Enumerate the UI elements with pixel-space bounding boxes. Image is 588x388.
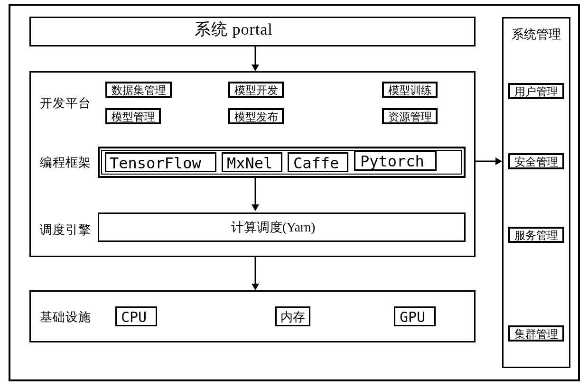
resource-mgmt-label: 资源管理: [388, 111, 432, 122]
caffe-label: Caffe: [293, 156, 339, 171]
tensorflow-label: TensorFlow: [110, 156, 201, 171]
arrow-frameworks-to-yarn: [251, 178, 260, 211]
scheduler-label: 调度引擎: [40, 224, 91, 236]
arrow-platform-to-infra: [251, 257, 260, 290]
service-mgmt-label: 服务管理: [514, 230, 558, 241]
pytorch-label: Pytorch: [360, 154, 424, 169]
mgmt-container: [502, 17, 570, 368]
arrow-platform-to-mgmt: [476, 157, 502, 166]
cluster-mgmt-label: 集群管理: [514, 329, 558, 340]
user-mgmt-label: 用户管理: [514, 86, 558, 97]
frameworks-label: 编程框架: [40, 157, 91, 169]
arrow-portal-to-platform: [251, 46, 260, 71]
svg-marker-3: [252, 204, 259, 211]
gpu-label: GPU: [400, 310, 425, 324]
yarn-label: 计算调度(Yarn): [231, 221, 315, 234]
diagram-outer-frame: 系统 portal 开发平台 数据集管理 模型开发 模型训练 模型管理 模型发布…: [9, 4, 580, 381]
mgmt-title: 系统管理: [512, 28, 561, 41]
data-set-mgmt-label: 数据集管理: [112, 85, 166, 96]
model-publish-label: 模型发布: [234, 111, 278, 122]
model-mgmt-label: 模型管理: [112, 111, 155, 122]
mem-label: 内存: [280, 311, 305, 323]
infra-label: 基础设施: [40, 311, 91, 323]
dev-platform-label: 开发平台: [40, 97, 91, 110]
svg-marker-7: [495, 157, 502, 165]
mxnel-label: MxNel: [227, 156, 272, 171]
model-dev-label: 模型开发: [234, 85, 278, 96]
security-mgmt-label: 安全管理: [514, 157, 558, 167]
system-portal-label: 系统 portal: [195, 21, 273, 37]
svg-marker-1: [252, 65, 259, 71]
svg-marker-5: [252, 284, 259, 290]
cpu-label: CPU: [121, 310, 147, 324]
model-train-label: 模型训练: [388, 85, 432, 96]
